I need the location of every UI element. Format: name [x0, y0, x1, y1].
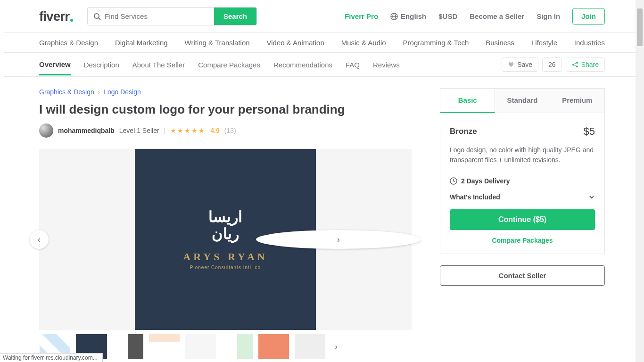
- svg-line-1: [99, 18, 100, 20]
- save-button[interactable]: Save: [502, 58, 538, 72]
- svg-line-8: [574, 63, 576, 65]
- share-icon: [572, 61, 578, 68]
- globe-icon: [390, 13, 398, 20]
- cat-link[interactable]: Business: [486, 39, 514, 47]
- divider: |: [164, 127, 166, 134]
- save-label: Save: [517, 61, 532, 68]
- currency-selector[interactable]: $USD: [438, 12, 457, 20]
- subnav-overview[interactable]: Overview: [39, 60, 71, 75]
- breadcrumb-b[interactable]: Logo Design: [104, 88, 141, 96]
- svg-line-9: [574, 65, 576, 66]
- contact-seller-button[interactable]: Contact Seller: [440, 265, 605, 286]
- category-bar: Graphics & Design Digital Marketing Writ…: [4, 33, 640, 53]
- search-bar: Search: [87, 7, 257, 25]
- cat-link[interactable]: Programming & Tech: [403, 39, 469, 47]
- compare-packages-link[interactable]: Compare Packages: [450, 237, 595, 244]
- chevron-right-icon: ›: [335, 343, 338, 351]
- seller-row: mohammediqbalb Level 1 Seller | ★★★★★ 4.…: [39, 123, 412, 138]
- thumbnail[interactable]: [221, 334, 253, 360]
- chevron-left-icon: ‹: [38, 235, 41, 245]
- package-price: $5: [584, 125, 595, 138]
- delivery-row: 2 Days Delivery: [450, 177, 595, 185]
- slide-arabic: اريسا ريان: [208, 209, 242, 242]
- whats-included-toggle[interactable]: What's Included: [450, 193, 595, 201]
- share-button[interactable]: Share: [566, 58, 605, 72]
- svg-point-7: [576, 66, 578, 67]
- become-seller-link[interactable]: Become a Seller: [470, 12, 524, 20]
- package-description: Logo design, no color with high quality …: [450, 145, 595, 165]
- svg-point-6: [576, 62, 578, 64]
- tab-standard[interactable]: Standard: [495, 89, 550, 113]
- tab-basic[interactable]: Basic: [440, 89, 495, 113]
- svg-point-0: [94, 14, 99, 18]
- review-count: (13): [224, 127, 236, 134]
- cat-link[interactable]: Video & Animation: [266, 39, 324, 47]
- fiverr-logo[interactable]: fiverr: [39, 9, 73, 24]
- join-button[interactable]: Join: [572, 8, 605, 25]
- subnav-recommendations[interactable]: Recommendations: [273, 61, 332, 69]
- included-label: What's Included: [450, 193, 500, 201]
- subnav-about-seller[interactable]: About The Seller: [132, 61, 185, 69]
- subnav-description[interactable]: Description: [84, 61, 119, 69]
- browser-status-bar: Waiting for fiverr-res.cloudinary.com...: [0, 353, 103, 360]
- tab-premium[interactable]: Premium: [550, 89, 604, 113]
- seller-name[interactable]: mohammediqbalb: [58, 127, 115, 134]
- search-icon: [88, 8, 101, 25]
- seller-avatar[interactable]: [39, 123, 53, 138]
- gig-gallery: ‹ اريسا ريان ARYS RYAN Pioneer Consultan…: [39, 149, 412, 330]
- site-header: fiverr Search Fiverr Pro English $USD Be…: [4, 0, 640, 33]
- language-selector[interactable]: English: [390, 12, 426, 20]
- subnav-reviews[interactable]: Reviews: [373, 61, 400, 69]
- search-button[interactable]: Search: [214, 8, 256, 25]
- share-label: Share: [581, 61, 599, 68]
- cat-link[interactable]: Writing & Translation: [185, 39, 250, 47]
- package-box: Basic Standard Premium Bronze $5 Logo de…: [440, 88, 605, 254]
- rating-value: 4.9: [210, 127, 219, 134]
- clock-icon: [450, 177, 457, 185]
- save-count: 26: [542, 58, 562, 72]
- slide-tagline: Pioneer Consultants Intl. co: [190, 265, 261, 270]
- cat-link[interactable]: Industries: [574, 39, 605, 47]
- chevron-right-icon: ›: [337, 235, 340, 245]
- search-input[interactable]: [101, 8, 214, 25]
- gig-subnav: Overview Description About The Seller Co…: [4, 53, 640, 77]
- package-panel: Bronze $5 Logo design, no color with hig…: [440, 113, 604, 254]
- cat-link[interactable]: Music & Audio: [341, 39, 386, 47]
- thumbnail[interactable]: [294, 334, 326, 360]
- browser-scrollbar[interactable]: [636, 0, 644, 360]
- package-tabs: Basic Standard Premium: [440, 89, 604, 113]
- star-rating-icon: ★★★★★: [170, 127, 206, 134]
- heart-icon: [508, 61, 514, 68]
- seller-level: Level 1 Seller: [119, 127, 159, 134]
- subnav-compare-packages[interactable]: Compare Packages: [198, 61, 260, 69]
- gallery-next-button[interactable]: ›: [256, 230, 421, 249]
- gig-title: I will design custom logo for your perso…: [39, 102, 412, 117]
- language-label: English: [401, 12, 426, 20]
- breadcrumb-a[interactable]: Graphics & Design: [39, 88, 94, 96]
- chevron-right-icon: ›: [98, 88, 100, 96]
- cat-link[interactable]: Lifestyle: [531, 39, 557, 47]
- thumbnails-next-button[interactable]: ›: [330, 340, 342, 354]
- breadcrumb: Graphics & Design › Logo Design: [39, 88, 412, 96]
- chevron-down-icon: [588, 194, 595, 200]
- gallery-prev-button[interactable]: ‹: [30, 230, 49, 249]
- subnav-faq[interactable]: FAQ: [346, 61, 360, 69]
- header-nav: Fiverr Pro English $USD Become a Seller …: [345, 8, 605, 25]
- thumbnail[interactable]: [112, 334, 144, 360]
- delivery-text: 2 Days Delivery: [461, 177, 510, 185]
- thumbnail[interactable]: [258, 334, 289, 360]
- slide-logo-text: ARYS RYAN: [183, 251, 267, 263]
- cat-link[interactable]: Digital Marketing: [115, 39, 168, 47]
- signin-link[interactable]: Sign In: [537, 12, 560, 20]
- thumbnail[interactable]: [185, 334, 216, 360]
- package-name: Bronze: [450, 127, 477, 136]
- nav-fiverr-pro[interactable]: Fiverr Pro: [345, 12, 378, 20]
- cat-link[interactable]: Graphics & Design: [39, 39, 98, 47]
- thumbnail[interactable]: [149, 334, 180, 360]
- continue-button[interactable]: Continue ($5): [450, 209, 595, 230]
